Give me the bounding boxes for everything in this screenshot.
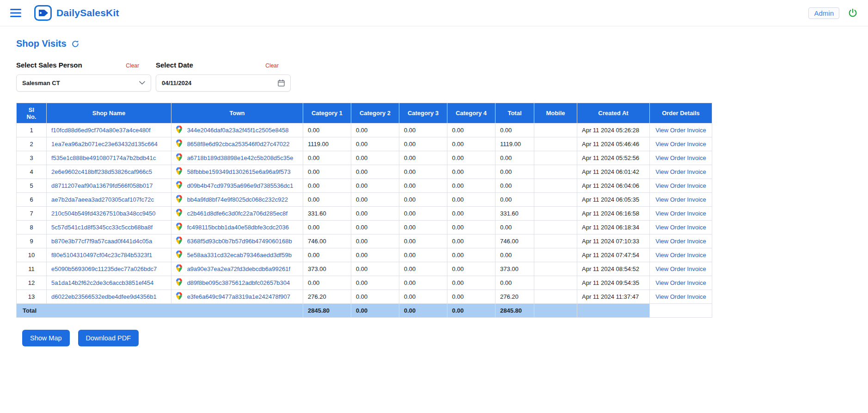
map-pin-icon <box>176 222 182 232</box>
view-order-invoice-link[interactable]: View Order Invoice <box>655 210 706 217</box>
order-details-cell: View Order Invoice <box>650 165 712 179</box>
shop-name-link[interactable]: d8711207eaf90a13679fd566f058b017 <box>51 182 153 189</box>
shop-name-cell: 5c57d541c1d8f5345cc33c5ccb68ba8f <box>47 221 171 234</box>
category-1-cell: 0.00 <box>303 221 351 234</box>
admin-button[interactable]: Admin <box>808 7 839 19</box>
view-order-invoice-link[interactable]: View Order Invoice <box>655 182 706 189</box>
town-cell: fc498115bcbb1da40e58dbfe3cdc2036 <box>171 221 303 234</box>
clear-date-link[interactable]: Clear <box>265 62 291 69</box>
shop-name-link[interactable]: 210c504b549fd43267510ba348cc9450 <box>51 210 156 217</box>
col-category-4: Category 4 <box>447 103 495 123</box>
category-4-cell: 0.00 <box>447 151 495 165</box>
town-cell: d89f8be095c3875612adbfc02657b304 <box>171 276 303 290</box>
download-pdf-button[interactable]: Download PDF <box>78 330 139 346</box>
town-link[interactable]: 6368f5d93cb0b7b57d96b4749060168b <box>187 238 292 245</box>
town-link[interactable]: 58fbbbe159349d1302615e6a96a9f573 <box>187 168 291 175</box>
date-filter: Select Date Clear 04/11/2024 <box>156 61 291 92</box>
view-order-invoice-link[interactable]: View Order Invoice <box>655 252 706 259</box>
date-input[interactable]: 04/11/2024 <box>156 74 291 92</box>
shop-name-link[interactable]: b870e3b77cf7f9a57caad0f441d4c05a <box>51 238 152 245</box>
view-order-invoice-link[interactable]: View Order Invoice <box>655 279 706 286</box>
view-order-invoice-link[interactable]: View Order Invoice <box>655 238 706 245</box>
table-row: 9 b870e3b77cf7f9a57caad0f441d4c05a 6368f… <box>17 234 712 248</box>
filters: Select Sales Person Clear Salesman CT Se… <box>16 61 852 92</box>
col-category-1: Category 1 <box>303 103 351 123</box>
brand-logo[interactable]: DailySalesKit <box>34 5 119 21</box>
hamburger-menu-button[interactable] <box>10 8 21 18</box>
category-3-cell: 0.00 <box>399 234 447 248</box>
mobile-cell <box>534 290 577 304</box>
view-order-invoice-link[interactable]: View Order Invoice <box>655 154 706 161</box>
hamburger-icon <box>10 8 21 18</box>
shop-name-link[interactable]: f10fcd88d6ed9cf704a80e37a4ce480f <box>51 127 151 134</box>
category-2-cell: 0.00 <box>351 221 399 234</box>
map-pin-icon <box>176 278 182 288</box>
town-cell: e3fe6a649c9477a8319a1e242478f907 <box>171 290 303 304</box>
table-row: 5 d8711207eaf90a13679fd566f058b017 d09b4… <box>17 179 712 193</box>
view-order-invoice-link[interactable]: View Order Invoice <box>655 265 706 272</box>
town-link[interactable]: a6718b189d38898e1e42c5b208d5c35e <box>187 154 293 161</box>
order-details-cell: View Order Invoice <box>650 262 712 276</box>
logout-power-button[interactable] <box>848 8 858 18</box>
table-row: 12 5a1da14b2f62c2de3c6accb3851ef454 d89f… <box>17 276 712 290</box>
created-at-cell: Apr 11 2024 09:54:35 <box>577 276 650 290</box>
shop-name-cell: e5090b5693069c11235dec77a026bdc7 <box>47 262 171 276</box>
shop-name-link[interactable]: 5c57d541c1d8f5345cc33c5ccb68ba8f <box>51 224 153 231</box>
shop-name-link[interactable]: e5090b5693069c11235dec77a026bdc7 <box>51 265 157 272</box>
refresh-icon <box>71 40 79 48</box>
town-link[interactable]: bb4a9fd8bf74e9f8025dc068c232c922 <box>187 196 288 203</box>
shop-visits-table: Sl No. Shop Name Town Category 1 Categor… <box>16 103 712 318</box>
view-order-invoice-link[interactable]: View Order Invoice <box>655 224 706 231</box>
mobile-cell <box>534 193 577 207</box>
shop-name-link[interactable]: 5a1da14b2f62c2de3c6accb3851ef454 <box>51 279 153 286</box>
town-link[interactable]: 8658f8e6d92cbca253546f0d27c47022 <box>187 141 290 148</box>
category-2-cell: 0.00 <box>351 234 399 248</box>
shop-name-link[interactable]: 1ea7ea96a2b071ec23e63432d135c664 <box>51 141 158 148</box>
town-cell: 8658f8e6d92cbca253546f0d27c47022 <box>171 137 303 151</box>
town-link[interactable]: fc498115bcbb1da40e58dbfe3cdc2036 <box>187 224 289 231</box>
mobile-cell <box>534 207 577 221</box>
view-order-invoice-link[interactable]: View Order Invoice <box>655 141 706 148</box>
town-link[interactable]: 344e2046daf0a23a2f45f1c2505e8458 <box>187 127 289 134</box>
mobile-cell <box>534 165 577 179</box>
shop-name-link[interactable]: f535e1c888be4910807174a7b2bdb41c <box>51 154 156 161</box>
total-cell: 746.00 <box>495 234 534 248</box>
table-row: 4 2e6e9602c418bff238d53826caf966c5 58fbb… <box>17 165 712 179</box>
category-2-cell: 0.00 <box>351 179 399 193</box>
col-mobile: Mobile <box>534 103 577 123</box>
category-2-cell: 0.00 <box>351 137 399 151</box>
view-order-invoice-link[interactable]: View Order Invoice <box>655 127 706 134</box>
shop-name-cell: d8711207eaf90a13679fd566f058b017 <box>47 179 171 193</box>
mobile-cell <box>534 262 577 276</box>
order-details-cell: View Order Invoice <box>650 221 712 234</box>
refresh-button[interactable] <box>71 40 79 48</box>
category-2-cell: 0.00 <box>351 262 399 276</box>
category-3-cell: 0.00 <box>399 193 447 207</box>
shop-name-link[interactable]: f80e5104310497cf04c23c784b5323f1 <box>51 252 152 259</box>
view-order-invoice-link[interactable]: View Order Invoice <box>655 293 706 300</box>
town-link[interactable]: a9a90e37ea2ea72fd3debcdb6a99261f <box>187 265 290 272</box>
category-2-cell: 0.00 <box>351 165 399 179</box>
category-1-cell: 276.20 <box>303 290 351 304</box>
view-order-invoice-link[interactable]: View Order Invoice <box>655 168 706 175</box>
view-order-invoice-link[interactable]: View Order Invoice <box>655 196 706 203</box>
table-row: 13 d6022eb23566532edbe4dfee9d4356b1 e3fe… <box>17 290 712 304</box>
sl-no-cell: 6 <box>17 193 47 207</box>
category-4-cell: 0.00 <box>447 165 495 179</box>
town-link[interactable]: 5e58aa331cd32ecab79346aedd3df59b <box>187 252 292 259</box>
town-link[interactable]: d89f8be095c3875612adbfc02657b304 <box>187 279 290 286</box>
total-cell: 331.60 <box>495 207 534 221</box>
town-link[interactable]: c2b461d8dfe6c3d0fc22a706d285ec8f <box>187 210 288 217</box>
town-link[interactable]: e3fe6a649c9477a8319a1e242478f907 <box>187 293 290 300</box>
shop-name-link[interactable]: ae7b2da7aeea3ad270305caf107fc72c <box>51 196 154 203</box>
category-2-cell: 0.00 <box>351 207 399 221</box>
town-link[interactable]: d09b4b47cd97935a696e9d7385536dc1 <box>187 182 293 189</box>
col-total: Total <box>495 103 534 123</box>
shop-name-link[interactable]: 2e6e9602c418bff238d53826caf966c5 <box>51 168 152 175</box>
category-2-cell: 0.00 <box>351 248 399 262</box>
total-created-empty <box>577 304 650 318</box>
show-map-button[interactable]: Show Map <box>22 330 70 346</box>
sales-person-select[interactable]: Salesman CT <box>16 74 151 92</box>
shop-name-link[interactable]: d6022eb23566532edbe4dfee9d4356b1 <box>51 293 157 300</box>
clear-sales-person-link[interactable]: Clear <box>126 62 151 69</box>
